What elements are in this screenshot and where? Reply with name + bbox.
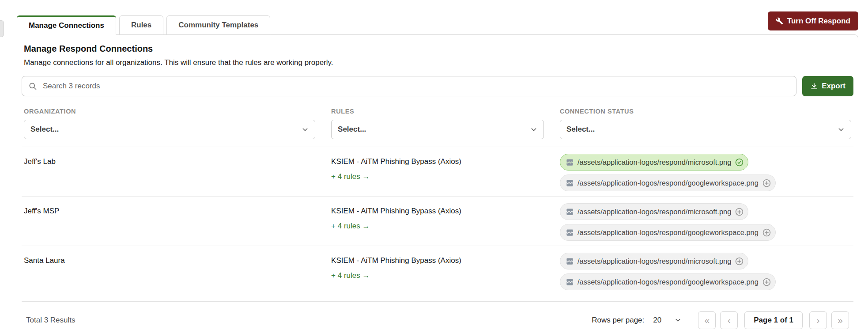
rows-per-page-label: Rows per page: bbox=[592, 316, 644, 325]
column-header-organization: ORGANIZATION bbox=[24, 108, 315, 115]
rows-per-page-select[interactable]: 20 bbox=[653, 316, 681, 325]
connection-status-filter-select[interactable]: Select... bbox=[560, 120, 851, 139]
plus-circle-icon[interactable] bbox=[735, 257, 744, 266]
connection-chip-googleworkspace[interactable]: /assets/application-logos/respond/google… bbox=[560, 174, 776, 191]
wrench-icon bbox=[776, 17, 783, 25]
connection-image-alt: /assets/application-logos/respond/google… bbox=[577, 228, 759, 237]
tab-label: Community Templates bbox=[178, 21, 258, 30]
organization-filter-select[interactable]: Select... bbox=[24, 120, 315, 139]
table-row: Jeff's Lab KSIEM - AiTM Phishing Bypass … bbox=[22, 147, 853, 196]
plus-circle-icon[interactable] bbox=[762, 277, 771, 287]
connection-chip-microsoft[interactable]: /assets/application-logos/respond/micros… bbox=[560, 253, 749, 269]
connection-image-alt: /assets/application-logos/respond/google… bbox=[577, 179, 759, 187]
connection-image-alt: /assets/application-logos/respond/google… bbox=[577, 278, 759, 286]
select-value: Select... bbox=[30, 125, 59, 134]
check-circle-icon[interactable] bbox=[735, 158, 744, 167]
search-input[interactable] bbox=[42, 81, 790, 91]
tab-bar: Manage Connections Rules Community Templ… bbox=[17, 15, 270, 35]
page-title: Manage Respond Connections bbox=[24, 44, 851, 54]
double-chevron-right-icon: » bbox=[838, 315, 843, 325]
rule-name: KSIEM - AiTM Phishing Bypass (Axios) bbox=[331, 154, 544, 167]
turn-off-respond-label: Turn Off Respond bbox=[787, 17, 850, 26]
broken-image-icon bbox=[566, 179, 574, 187]
broken-image-icon bbox=[566, 278, 574, 286]
export-button[interactable]: Export bbox=[802, 76, 853, 96]
toolbar: Export bbox=[22, 76, 853, 96]
connection-image-alt: /assets/application-logos/respond/micros… bbox=[577, 257, 732, 266]
last-page-button[interactable]: » bbox=[831, 311, 849, 329]
broken-image-icon bbox=[566, 208, 574, 216]
more-rules-link[interactable]: + 4 rules → bbox=[331, 222, 370, 231]
chevron-left-icon: ‹ bbox=[728, 315, 731, 325]
table-body: Jeff's Lab KSIEM - AiTM Phishing Bypass … bbox=[22, 147, 853, 295]
plus-circle-icon[interactable] bbox=[762, 228, 771, 237]
connection-chip-microsoft[interactable]: /assets/application-logos/respond/micros… bbox=[560, 154, 749, 171]
table-footer: Total 3 Results Rows per page: 20 « ‹ Pa… bbox=[22, 301, 853, 330]
table-row: Jeff's MSP KSIEM - AiTM Phishing Bypass … bbox=[22, 196, 853, 246]
next-page-button[interactable]: › bbox=[809, 311, 827, 329]
rule-name: KSIEM - AiTM Phishing Bypass (Axios) bbox=[331, 253, 544, 266]
tab-manage-connections[interactable]: Manage Connections bbox=[17, 15, 116, 35]
chevron-down-icon bbox=[675, 317, 681, 323]
page-indicator: Page 1 of 1 bbox=[744, 311, 803, 329]
total-results: Total 3 Results bbox=[26, 316, 75, 325]
table-header-row: ORGANIZATION Select... RULES Select... C… bbox=[22, 108, 853, 139]
plus-circle-icon[interactable] bbox=[762, 178, 771, 188]
more-rules-link[interactable]: + 4 rules → bbox=[331, 172, 370, 181]
chevron-down-icon bbox=[530, 126, 537, 133]
connection-chip-googleworkspace[interactable]: /assets/application-logos/respond/google… bbox=[560, 224, 776, 241]
chevron-down-icon bbox=[302, 126, 309, 133]
table-row: Santa Laura KSIEM - AiTM Phishing Bypass… bbox=[22, 246, 853, 295]
broken-image-icon bbox=[566, 228, 574, 237]
rules-filter-select[interactable]: Select... bbox=[331, 120, 544, 139]
turn-off-respond-button[interactable]: Turn Off Respond bbox=[768, 11, 858, 30]
broken-image-icon bbox=[566, 158, 574, 167]
rule-name: KSIEM - AiTM Phishing Bypass (Axios) bbox=[331, 203, 544, 216]
connection-chip-microsoft[interactable]: /assets/application-logos/respond/micros… bbox=[560, 203, 749, 220]
organization-cell: Jeff's Lab bbox=[24, 154, 315, 191]
first-page-button[interactable]: « bbox=[698, 311, 716, 329]
tab-community-templates[interactable]: Community Templates bbox=[166, 15, 270, 35]
more-rules-link[interactable]: + 4 rules → bbox=[331, 271, 370, 280]
double-chevron-left-icon: « bbox=[704, 315, 709, 325]
connection-chip-googleworkspace[interactable]: /assets/application-logos/respond/google… bbox=[560, 273, 776, 290]
select-value: Select... bbox=[566, 125, 595, 134]
rows-per-page-value: 20 bbox=[653, 316, 661, 325]
connection-image-alt: /assets/application-logos/respond/micros… bbox=[577, 158, 732, 167]
top-bar: Manage Connections Rules Community Templ… bbox=[0, 0, 868, 34]
search-box bbox=[22, 76, 796, 96]
connection-image-alt: /assets/application-logos/respond/micros… bbox=[577, 208, 732, 216]
tab-label: Rules bbox=[131, 21, 151, 30]
plus-circle-icon[interactable] bbox=[735, 207, 744, 216]
manage-connections-panel: Manage Respond Connections Manage connec… bbox=[17, 34, 858, 330]
export-label: Export bbox=[822, 82, 845, 91]
chevron-right-icon: › bbox=[817, 315, 820, 325]
tab-rules[interactable]: Rules bbox=[119, 15, 163, 35]
tab-label: Manage Connections bbox=[29, 21, 104, 30]
chevron-down-icon bbox=[838, 126, 845, 133]
column-header-connection-status: CONNECTION STATUS bbox=[560, 108, 851, 115]
search-icon bbox=[28, 82, 37, 91]
broken-image-icon bbox=[566, 257, 574, 266]
column-header-rules: RULES bbox=[331, 108, 544, 115]
select-value: Select... bbox=[338, 125, 366, 134]
prev-page-button[interactable]: ‹ bbox=[720, 311, 738, 329]
organization-cell: Santa Laura bbox=[24, 253, 315, 290]
download-icon bbox=[810, 82, 818, 90]
page-subtitle: Manage connections for all organizations… bbox=[24, 58, 851, 67]
organization-cell: Jeff's MSP bbox=[24, 203, 315, 241]
